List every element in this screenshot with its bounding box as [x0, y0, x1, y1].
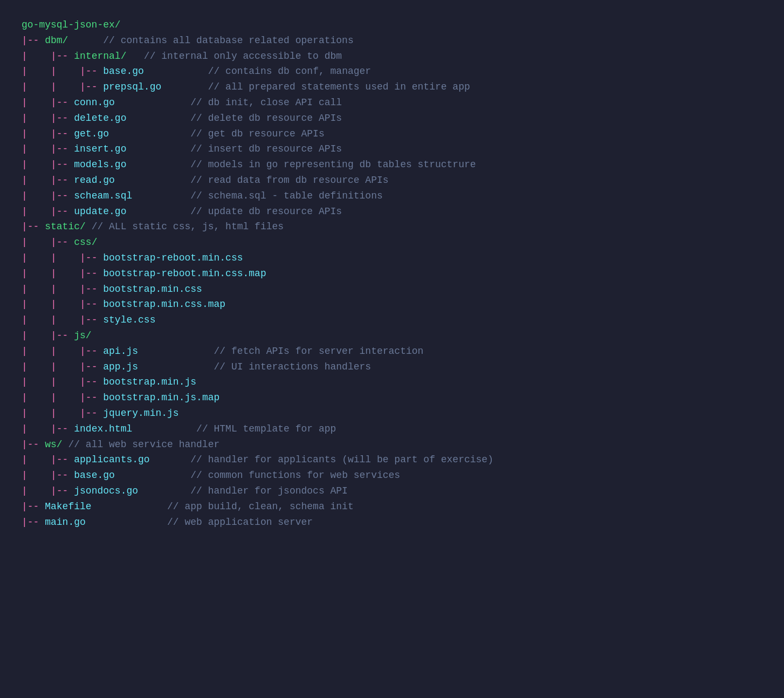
list-item: | | |-- bootstrap.min.css.map	[22, 297, 762, 312]
list-item: | | |-- bootstrap.min.css	[22, 282, 762, 297]
list-item: | |-- get.go // get db resource APIs	[22, 126, 762, 142]
list-item: | | |-- api.js // fetch APIs for server …	[22, 344, 762, 359]
list-item: | | |-- bootstrap-reboot.min.css	[22, 250, 762, 266]
list-item: | |-- update.go // update db resource AP…	[22, 204, 762, 220]
list-item: | |-- insert.go // insert db resource AP…	[22, 141, 762, 157]
list-item: | |-- internal/ // internal only accessi…	[22, 49, 762, 64]
list-item: | | |-- bootstrap.min.js	[22, 374, 762, 390]
list-item: | | |-- prepsql.go // all prepared state…	[22, 79, 762, 95]
list-item: | |-- index.html // HTML template for ap…	[22, 421, 762, 437]
list-item: | | |-- bootstrap-reboot.min.css.map	[22, 266, 762, 282]
list-item: go-mysql-json-ex/	[22, 17, 762, 33]
list-item: |-- static/ // ALL static css, js, html …	[22, 219, 762, 235]
list-item: |-- dbm/ // contains all database relate…	[22, 33, 762, 49]
list-item: | |-- models.go // models in go represen…	[22, 157, 762, 173]
list-item: | | |-- app.js // UI interactions handle…	[22, 359, 762, 375]
list-item: | | |-- bootstrap.min.js.map	[22, 390, 762, 406]
list-item: | |-- jsondocs.go // handler for jsondoc…	[22, 483, 762, 499]
list-item: | | |-- jquery.min.js	[22, 406, 762, 421]
list-item: | |-- scheam.sql // schema.sql - table d…	[22, 188, 762, 204]
list-item: |-- Makefile // app build, clean, schema…	[22, 499, 762, 515]
list-item: | | |-- style.css	[22, 312, 762, 328]
list-item: | |-- js/	[22, 328, 762, 344]
list-item: | | |-- base.go // contains db conf, man…	[22, 64, 762, 79]
list-item: |-- ws/ // all web service handler	[22, 437, 762, 453]
list-item: | |-- read.go // read data from db resou…	[22, 173, 762, 188]
list-item: | |-- conn.go // db init, close API call	[22, 95, 762, 111]
list-item: | |-- css/	[22, 235, 762, 250]
list-item: |-- main.go // web application server	[22, 515, 762, 530]
file-tree: go-mysql-json-ex/|-- dbm/ // contains al…	[22, 17, 762, 530]
list-item: | |-- applicants.go // handler for appli…	[22, 452, 762, 468]
list-item: | |-- base.go // common functions for we…	[22, 468, 762, 483]
list-item: | |-- delete.go // delete db resource AP…	[22, 111, 762, 126]
